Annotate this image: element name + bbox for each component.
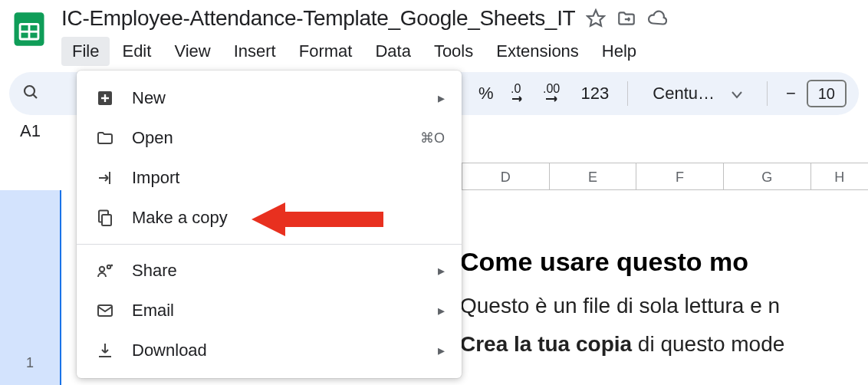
menu-item-label: Open <box>132 128 405 148</box>
svg-point-5 <box>25 86 35 96</box>
row-gutter: 1 <box>0 190 61 385</box>
col-header[interactable]: F <box>636 163 724 189</box>
menubar: File Edit View Insert Format Data Tools … <box>61 37 859 66</box>
number-format-button[interactable]: 123 <box>578 84 613 104</box>
copy-icon <box>94 206 117 229</box>
content-line: Questo è un file di sola lettura e n <box>460 294 868 318</box>
svg-point-14 <box>107 265 110 268</box>
font-size-decrease[interactable]: − <box>783 84 799 104</box>
folder-icon <box>94 127 117 150</box>
menu-item-new[interactable]: New ▸ <box>77 78 462 118</box>
svg-rect-12 <box>102 215 111 225</box>
menu-format[interactable]: Format <box>288 37 363 66</box>
menu-item-make-copy[interactable]: Make a copy <box>77 198 462 238</box>
col-header[interactable]: G <box>724 163 811 189</box>
doc-title[interactable]: IC-Employee-Attendance-Template_Google_S… <box>61 6 575 31</box>
menu-item-open[interactable]: Open ⌘O <box>77 118 462 158</box>
file-menu-dropdown: New ▸ Open ⌘O Import Make a copy Share ▸… <box>77 71 462 378</box>
toolbar-separator <box>627 81 628 106</box>
font-size-input[interactable]: 10 <box>807 80 847 107</box>
content-line: Crea la tua copia di questo mode <box>460 332 868 357</box>
cloud-icon[interactable] <box>647 8 667 28</box>
svg-marker-4 <box>588 10 605 26</box>
col-header[interactable]: H <box>811 163 868 189</box>
new-sheet-icon <box>94 87 117 110</box>
share-icon <box>94 259 117 282</box>
menu-item-label: Share <box>132 261 422 281</box>
menu-help[interactable]: Help <box>591 37 647 66</box>
search-icon[interactable] <box>21 83 40 104</box>
submenu-arrow-icon: ▸ <box>438 302 445 319</box>
content-heading: Come usare questo mo <box>460 247 868 277</box>
svg-point-13 <box>100 267 104 271</box>
cell-content[interactable]: Come usare questo mo Questo è un file di… <box>460 247 868 370</box>
menu-item-label: New <box>132 88 422 108</box>
move-icon[interactable] <box>616 8 636 28</box>
svg-line-6 <box>33 94 37 98</box>
menu-item-label: Download <box>132 341 422 360</box>
svg-text:.0: .0 <box>511 82 521 95</box>
sheets-logo-icon[interactable] <box>9 9 49 49</box>
submenu-arrow-icon: ▸ <box>438 90 445 107</box>
increase-decimal-icon[interactable]: .00 <box>541 82 567 105</box>
menu-insert[interactable]: Insert <box>223 37 287 66</box>
menu-tools[interactable]: Tools <box>423 37 484 66</box>
shortcut-label: ⌘O <box>420 130 445 146</box>
menu-item-label: Email <box>132 301 422 321</box>
submenu-arrow-icon: ▸ <box>438 262 445 279</box>
col-header[interactable]: E <box>550 163 637 189</box>
decrease-decimal-icon[interactable]: .0 <box>508 82 531 105</box>
menu-file[interactable]: File <box>61 37 110 66</box>
star-icon[interactable] <box>586 8 606 28</box>
app-header: IC-Employee-Attendance-Template_Google_S… <box>0 0 868 66</box>
menu-extensions[interactable]: Extensions <box>485 37 590 66</box>
menu-item-share[interactable]: Share ▸ <box>77 251 462 291</box>
menu-item-import[interactable]: Import <box>77 158 462 198</box>
menu-item-label: Make a copy <box>132 208 445 228</box>
font-name: Centu… <box>653 84 715 104</box>
menu-item-download[interactable]: Download ▸ <box>77 331 462 370</box>
menu-view[interactable]: View <box>163 37 221 66</box>
email-icon <box>94 299 117 322</box>
row-number[interactable]: 1 <box>0 355 60 371</box>
svg-text:.00: .00 <box>543 82 560 95</box>
menu-item-email[interactable]: Email ▸ <box>77 291 462 331</box>
caret-down-icon <box>732 84 742 104</box>
menu-data[interactable]: Data <box>364 37 421 66</box>
font-dropdown[interactable]: Centu… <box>643 84 751 104</box>
menu-separator <box>77 244 462 245</box>
menu-edit[interactable]: Edit <box>111 37 162 66</box>
column-headers: D E F G H <box>462 163 868 190</box>
col-header[interactable]: D <box>462 163 550 189</box>
percent-button[interactable]: % <box>475 84 497 104</box>
toolbar-separator <box>767 81 768 106</box>
menu-item-label: Import <box>132 168 445 188</box>
submenu-arrow-icon: ▸ <box>438 342 445 359</box>
import-icon <box>94 166 117 189</box>
download-icon <box>94 339 117 362</box>
